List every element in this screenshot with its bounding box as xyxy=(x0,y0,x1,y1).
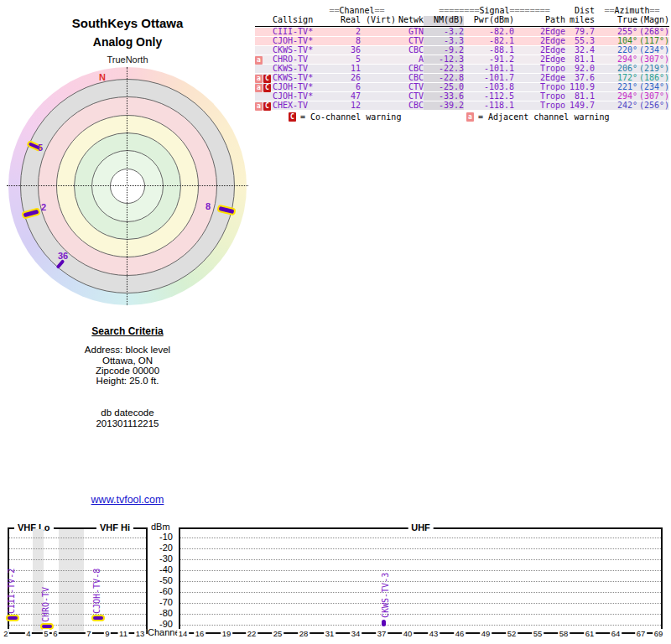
uhf-band-label: UHF xyxy=(408,522,434,532)
site-link-wrap: www.tvfool.com xyxy=(27,494,228,506)
cell-path: Tropo xyxy=(514,83,565,91)
group-azimuth: ==Azimuth== xyxy=(595,7,669,15)
table-rows: CIII-TV*2GTN-3.2-82.02Edge79.7255°(268°)… xyxy=(255,28,669,110)
cell-power-dbm: -82.1 xyxy=(464,37,514,45)
x-tick-label: 6 xyxy=(52,629,59,638)
cell-channel-real: 6 xyxy=(318,83,361,91)
cell-power-dbm: -118.1 xyxy=(464,101,514,110)
chart-station-marker xyxy=(382,620,386,626)
dbm-gridline xyxy=(9,592,146,593)
x-tick-label: 69 xyxy=(653,629,664,638)
criteria-line: Height: 25.0 ft. xyxy=(27,376,228,386)
y-tick-label: -60 xyxy=(149,586,173,596)
cell-miles: 81.1 xyxy=(565,92,595,101)
x-tick-label: 55 xyxy=(532,629,544,638)
cell-azimuth-magn: (234°) xyxy=(637,46,669,55)
cell-network: A xyxy=(396,55,424,64)
y-tick-label: -70 xyxy=(149,597,173,607)
x-tick-label: 22 xyxy=(246,629,257,638)
cell-network: CBC xyxy=(396,46,424,55)
y-tick-label: -20 xyxy=(149,543,173,553)
cell-nm-db: -3.2 xyxy=(424,28,464,36)
warning-flags xyxy=(255,46,273,55)
x-tick-label: 28 xyxy=(298,629,309,638)
dbm-gridline xyxy=(180,570,661,571)
table-row: CJOH-TV*47CTV-33.6-112.5Tropo81.1294°(30… xyxy=(255,92,669,101)
chart-station-marker xyxy=(6,615,19,621)
cell-nm-db: -22.8 xyxy=(424,74,464,82)
cell-miles: 149.7 xyxy=(565,101,595,110)
warning-flags: aC xyxy=(255,74,273,82)
chart-station-label: CHRO-TV xyxy=(41,584,50,622)
compass-north-label: N xyxy=(99,72,106,82)
x-tick-label: 14 xyxy=(177,629,189,638)
cell-network: CBC xyxy=(396,65,424,73)
warning-flags: a xyxy=(255,55,273,64)
cell-path: Tropo xyxy=(514,101,565,110)
y-tick-label: -90 xyxy=(149,619,173,629)
cell-miles: 37.6 xyxy=(565,74,595,82)
co-channel-warning-icon: C xyxy=(263,102,271,111)
criteria-line: Ottawa, ON xyxy=(27,356,228,366)
cell-azimuth-true: 294° xyxy=(595,92,637,101)
x-tick-label: 52 xyxy=(506,629,518,638)
cell-miles: 32.4 xyxy=(565,46,595,55)
y-tick-label: -30 xyxy=(149,553,173,564)
station-table: ==Channel== ========Signal======== Dist … xyxy=(255,7,669,111)
adjacent-channel-warning-icon: a xyxy=(255,84,263,92)
cell-power-dbm: -88.1 xyxy=(464,46,514,55)
cell-power-dbm: -101.1 xyxy=(464,65,514,73)
cell-channel-real: 2 xyxy=(318,28,361,36)
x-tick-label: 25 xyxy=(272,629,283,638)
x-tick-label: 46 xyxy=(454,629,466,638)
adjacent-channel-warning-icon: a xyxy=(466,112,474,122)
cell-channel-real: 11 xyxy=(318,65,361,73)
radar-horizontal-axis xyxy=(7,185,248,186)
dbm-gridline xyxy=(9,538,146,538)
x-tick-label: 49 xyxy=(480,629,492,638)
cell-nm-db: -3.3 xyxy=(424,37,464,45)
dbm-gridline xyxy=(9,581,146,582)
legend-co-channel: C = Co-channel warning xyxy=(289,112,401,122)
cell-channel-virt xyxy=(361,101,396,110)
cell-channel-real: 8 xyxy=(318,37,361,45)
x-tick-label: 19 xyxy=(221,629,232,638)
cell-channel-virt xyxy=(361,74,396,82)
table-group-header: ==Channel== ========Signal======== Dist … xyxy=(255,7,669,15)
dbm-gridline xyxy=(9,570,146,571)
vhf-hi-band-label: VHF Hi xyxy=(96,522,133,532)
cell-network: CBC xyxy=(396,101,424,110)
cell-callsign: CHEX-TV xyxy=(273,101,318,110)
radar-center-circle xyxy=(110,169,145,204)
cell-channel-virt xyxy=(361,65,396,73)
cell-nm-db: -25.0 xyxy=(424,83,464,91)
dbm-gridline xyxy=(9,625,146,626)
y-tick-label: -50 xyxy=(149,575,173,585)
cell-path: 2Edge xyxy=(514,74,565,82)
adjacent-channel-warning-icon: a xyxy=(255,56,263,65)
cell-azimuth-magn: (234°) xyxy=(637,83,669,91)
x-tick-label: 9 xyxy=(104,629,111,638)
cell-azimuth-magn: (186°) xyxy=(637,74,669,82)
adjacent-channel-warning-icon: a xyxy=(255,102,263,111)
cell-azimuth-true: 242° xyxy=(595,101,637,110)
page-title: SouthKeys Ottawa xyxy=(0,16,255,30)
search-criteria-lines: Address: block levelOttawa, ONZipcode 00… xyxy=(27,345,228,386)
y-axis-title: dBm xyxy=(151,522,170,532)
dbm-gridline xyxy=(180,538,661,538)
warning-flags: aC xyxy=(255,83,273,91)
db-datecode-line: db datecode xyxy=(27,408,228,418)
x-tick-label: 37 xyxy=(376,629,388,638)
x-tick-label: 16 xyxy=(194,629,205,638)
tvfool-link[interactable]: www.tvfool.com xyxy=(91,494,164,506)
cell-miles: 55.3 xyxy=(565,37,595,45)
cell-path: Tropo xyxy=(514,92,565,101)
x-tick-label: 67 xyxy=(635,629,647,638)
dbm-gridline xyxy=(180,603,661,604)
chart-station-marker xyxy=(91,615,105,621)
cell-callsign: CKWS-TV* xyxy=(273,46,318,55)
cell-channel-real: 47 xyxy=(318,92,361,101)
search-criteria: Search Criteria Address: block levelOtta… xyxy=(27,326,228,428)
cell-channel-virt xyxy=(361,37,396,45)
cell-path: 2Edge xyxy=(514,28,565,36)
